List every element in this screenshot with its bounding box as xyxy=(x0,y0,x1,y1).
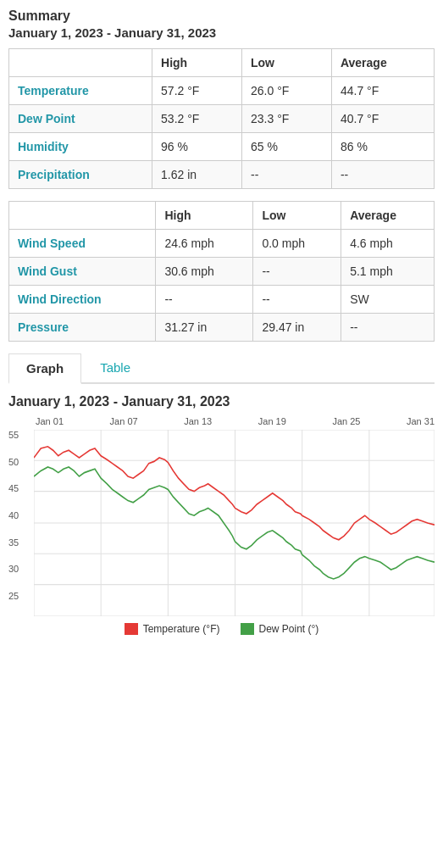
row-low: 65 % xyxy=(242,133,332,161)
col-label-1 xyxy=(9,49,152,77)
table-row: Pressure 31.27 in 29.47 in -- xyxy=(9,314,435,342)
row-high: 57.2 °F xyxy=(152,77,242,105)
col-avg-1: Average xyxy=(331,49,434,77)
col-high-1: High xyxy=(152,49,242,77)
row-low: -- xyxy=(242,161,332,189)
x-label: Jan 19 xyxy=(258,416,286,426)
row-label: Wind Speed xyxy=(9,230,156,258)
dew-legend-label: Dew Point (°) xyxy=(259,623,319,635)
row-low: 29.47 in xyxy=(253,314,341,342)
row-high: 31.27 in xyxy=(156,314,253,342)
row-low: 26.0 °F xyxy=(242,77,332,105)
row-avg: 5.1 mph xyxy=(341,258,435,286)
row-avg: 44.7 °F xyxy=(331,77,434,105)
y-label: 40 xyxy=(8,510,32,520)
row-low: -- xyxy=(253,286,341,314)
row-avg: -- xyxy=(331,161,434,189)
chart-legend: Temperature (°F) Dew Point (°) xyxy=(8,623,435,635)
row-low: 0.0 mph xyxy=(253,230,341,258)
legend-temperature: Temperature (°F) xyxy=(125,623,220,635)
chart-svg xyxy=(34,430,435,616)
table-row: Wind Gust 30.6 mph -- 5.1 mph xyxy=(9,258,435,286)
chart-area: 55504540353025 xyxy=(8,430,435,616)
y-label: 45 xyxy=(8,483,32,493)
summary-title: Summary xyxy=(8,8,435,24)
row-high: 53.2 °F xyxy=(152,105,242,133)
table-row: Dew Point 53.2 °F 23.3 °F 40.7 °F xyxy=(9,105,435,133)
row-avg: 40.7 °F xyxy=(331,105,434,133)
row-high: 1.62 in xyxy=(152,161,242,189)
summary-table-2: High Low Average Wind Speed 24.6 mph 0.0… xyxy=(8,201,435,342)
row-high: 30.6 mph xyxy=(156,258,253,286)
row-avg: -- xyxy=(341,314,435,342)
y-label: 55 xyxy=(8,430,32,440)
summary-table-1: High Low Average Temperature 57.2 °F 26.… xyxy=(8,48,435,189)
col-low-1: Low xyxy=(242,49,332,77)
temp-legend-label: Temperature (°F) xyxy=(143,623,220,635)
page: Summary January 1, 2023 - January 31, 20… xyxy=(0,0,443,652)
temp-color-box xyxy=(125,623,138,635)
y-label: 50 xyxy=(8,457,32,467)
row-high: -- xyxy=(156,286,253,314)
row-label: Precipitation xyxy=(9,161,152,189)
y-label: 30 xyxy=(8,564,32,574)
col-low-2: Low xyxy=(253,202,341,230)
x-label: Jan 01 xyxy=(36,416,64,426)
row-low: -- xyxy=(253,258,341,286)
row-label: Humidity xyxy=(9,133,152,161)
legend-dewpoint: Dew Point (°) xyxy=(241,623,319,635)
y-label: 35 xyxy=(8,537,32,548)
tab-graph[interactable]: Graph xyxy=(8,353,81,384)
tab-table[interactable]: Table xyxy=(83,353,147,382)
row-label: Wind Direction xyxy=(9,286,156,314)
table-row: Wind Speed 24.6 mph 0.0 mph 4.6 mph xyxy=(9,230,435,258)
x-label: Jan 31 xyxy=(407,416,435,426)
col-avg-2: Average xyxy=(341,202,435,230)
row-high: 96 % xyxy=(152,133,242,161)
y-axis: 55504540353025 xyxy=(8,430,34,616)
dew-color-box xyxy=(241,623,254,635)
row-low: 23.3 °F xyxy=(242,105,332,133)
row-avg: 4.6 mph xyxy=(341,230,435,258)
row-avg: 86 % xyxy=(331,133,434,161)
x-label: Jan 13 xyxy=(184,416,212,426)
table-row: Precipitation 1.62 in -- -- xyxy=(9,161,435,189)
chart-section: January 1, 2023 - January 31, 2023 Jan 0… xyxy=(8,394,435,635)
table-row: Humidity 96 % 65 % 86 % xyxy=(9,133,435,161)
table-row: Wind Direction -- -- SW xyxy=(9,286,435,314)
row-label: Pressure xyxy=(9,314,156,342)
row-label: Temperature xyxy=(9,77,152,105)
x-label: Jan 25 xyxy=(332,416,360,426)
y-label: 25 xyxy=(8,591,32,601)
date-range: January 1, 2023 - January 31, 2023 xyxy=(8,25,435,40)
row-avg: SW xyxy=(341,286,435,314)
tab-bar: Graph Table xyxy=(8,353,435,384)
col-high-2: High xyxy=(156,202,253,230)
x-axis: Jan 01Jan 07Jan 13Jan 19Jan 25Jan 31 xyxy=(8,416,435,426)
chart-title: January 1, 2023 - January 31, 2023 xyxy=(8,394,435,409)
row-label: Dew Point xyxy=(9,105,152,133)
table-row: Temperature 57.2 °F 26.0 °F 44.7 °F xyxy=(9,77,435,105)
row-label: Wind Gust xyxy=(9,258,156,286)
row-high: 24.6 mph xyxy=(156,230,253,258)
col-label-2 xyxy=(9,202,156,230)
x-label: Jan 07 xyxy=(110,416,138,426)
